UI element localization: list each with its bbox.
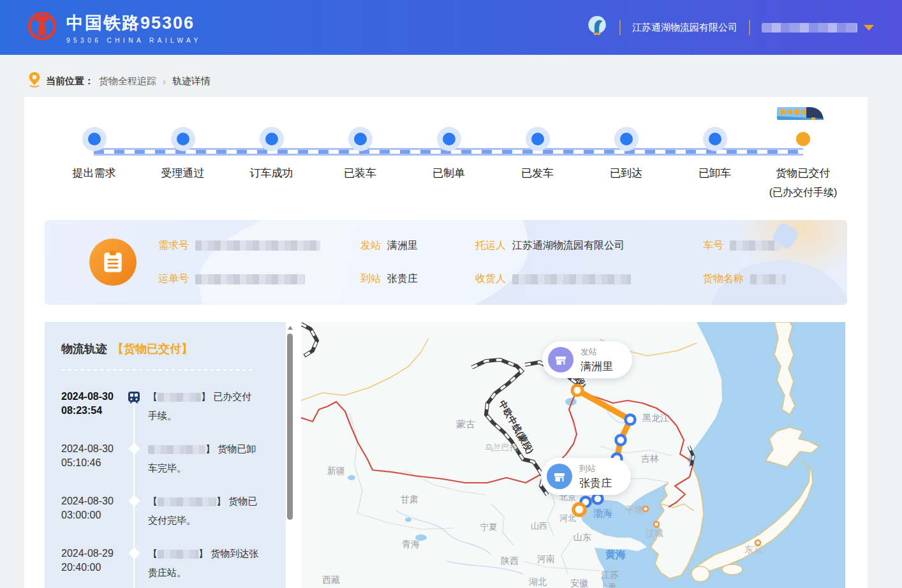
waybill-icon xyxy=(89,239,137,286)
app-header: 中国铁路95306 95306 CHINA RAILWAY 江苏通湖物流园有限公… xyxy=(0,0,902,55)
destination-station-name: 张贵庄 xyxy=(579,476,612,490)
trail-entry-text: 【】 货物已交付完毕。 xyxy=(148,492,260,530)
train-marker-icon xyxy=(122,390,145,404)
trail-entry: 2024-08-29 20:40:00 【】 货物到达张贵庄站。 xyxy=(61,547,286,588)
step-unloaded: 已卸车 xyxy=(670,116,759,200)
redacted-value xyxy=(158,393,201,402)
field-waybill-no: 运单号 xyxy=(158,272,360,286)
redacted-value xyxy=(158,550,198,559)
step-departed: 已发车 xyxy=(493,116,582,200)
field-consignee: 收货人 xyxy=(475,272,703,286)
redacted-value xyxy=(148,445,205,454)
shipment-info-card: 需求号 发站 满洲里 托运人 江苏通湖物流园有限公司 车号 运单号 到站 张贵 xyxy=(45,220,847,305)
scrollbar-thumb[interactable] xyxy=(287,334,293,520)
map-region-label: 新疆 xyxy=(327,466,345,477)
step-demand: 提出需求 xyxy=(50,116,138,200)
station-icon xyxy=(548,347,573,372)
map-region-label: 山东 xyxy=(573,532,591,543)
trail-entry-text: 【】 货物到达张贵庄站。 xyxy=(148,544,260,582)
origin-station-name: 满洲里 xyxy=(580,359,613,374)
map-region-label: 湖北 xyxy=(529,577,547,588)
step-arrived: 已到达 xyxy=(582,116,670,200)
station-icon xyxy=(547,464,572,489)
map-region-label: 宁夏 xyxy=(480,522,497,533)
step-delivered: 货物已交付 (已办交付手续) xyxy=(759,116,847,200)
trail-entry-text: 【】 已办交付手续。 xyxy=(148,387,260,425)
trail-entry: 2024-08-30 05:10:46 】 货物已卸车完毕。 xyxy=(61,442,286,494)
logistics-trail-panel: 物流轨迹 【货物已交付】 2024-08-30 08:23:54 xyxy=(45,322,286,588)
map-region-label: 吉林 xyxy=(641,453,659,465)
destination-type-label: 到站 xyxy=(579,463,612,474)
dashed-divider xyxy=(61,369,253,371)
map-city-label: 平壤 xyxy=(625,504,643,516)
map-region-label: 蒙古 xyxy=(456,418,475,430)
shipment-fields: 需求号 发站 满洲里 托运人 江苏通湖物流园有限公司 车号 运单号 到站 张贵 xyxy=(158,220,838,305)
breadcrumb: 当前位置： 货物全程追踪 › 轨迹详情 xyxy=(28,71,211,91)
destination-station-bubble: 到站 张贵庄 xyxy=(541,458,631,495)
origin-type-label: 发站 xyxy=(580,346,613,358)
route-map[interactable]: 中欧中线(蒙段) (蒙段) 蒙古 乌兰巴托 新疆 甘肃 xyxy=(301,322,845,588)
diamond-marker-icon xyxy=(122,547,145,557)
redacted-value xyxy=(750,274,786,284)
map-region-label: 甘肃 xyxy=(401,494,418,506)
trail-entry-text: 】 货物已卸车完毕。 xyxy=(148,439,260,478)
redacted-value xyxy=(158,497,216,506)
trail-entries: 2024-08-30 08:23:54 【】 已办交付手续。 xyxy=(61,390,286,588)
map-region-label: 黑龙江 xyxy=(642,413,669,424)
map-region-label: 上海 xyxy=(600,581,616,588)
map-sea-label: 黄海 xyxy=(605,548,626,562)
notification-bell-icon[interactable] xyxy=(585,15,608,40)
field-destination-station: 到站 张贵庄 xyxy=(360,272,475,286)
field-cargo-name: 货物名称 xyxy=(703,272,838,286)
header-divider xyxy=(749,20,750,35)
map-region-label: 河南 xyxy=(537,554,555,565)
redacted-value xyxy=(730,240,781,251)
brand-text: 中国铁路95306 95306 CHINA RAILWAY xyxy=(66,11,202,44)
breadcrumb-separator: › xyxy=(163,76,166,87)
map-region-label: 河北 xyxy=(559,513,576,524)
header-right: 江苏通湖物流园有限公司 xyxy=(585,0,874,55)
step-documented: 已制单 xyxy=(404,116,493,200)
map-region-label: 山西 xyxy=(531,520,547,532)
field-wagon-no: 车号 xyxy=(703,239,838,253)
header-company-name[interactable]: 江苏通湖物流园有限公司 xyxy=(632,22,737,34)
diamond-marker-icon xyxy=(122,443,145,453)
redacted-value xyxy=(512,274,631,284)
brand-title: 中国铁路95306 xyxy=(66,11,202,34)
diamond-marker-icon xyxy=(122,495,145,505)
progress-steps: 提出需求 受理通过 订车成功 已装车 已制单 已发车 xyxy=(45,116,847,221)
breadcrumb-parent-link[interactable]: 货物全程追踪 xyxy=(99,75,156,87)
trail-status-badge: 【货物已交付】 xyxy=(112,341,193,356)
map-region-label: 安徽 xyxy=(570,578,588,588)
steps-row: 提出需求 受理通过 订车成功 已装车 已制单 已发车 xyxy=(45,116,847,200)
map-region-label: 陕西 xyxy=(501,555,519,567)
trail-scrollbar[interactable] xyxy=(286,322,295,588)
map-city-label: 东京 xyxy=(744,544,762,555)
breadcrumb-current: 轨迹详情 xyxy=(172,75,211,87)
header-divider xyxy=(619,20,621,35)
map-region-label: 青海 xyxy=(402,539,420,550)
brand-subtitle: 95306 CHINA RAILWAY xyxy=(66,37,202,44)
origin-station-bubble: 发站 满洲里 xyxy=(542,341,632,378)
page-root: { "header": { "brand_title": "中国铁路95306"… xyxy=(0,0,902,588)
map-region-label: 江苏 xyxy=(601,570,619,581)
field-shipper: 托运人 江苏通湖物流园有限公司 xyxy=(475,239,703,253)
user-menu[interactable] xyxy=(762,23,874,33)
username-redacted xyxy=(762,23,857,33)
trail-title: 物流轨迹 xyxy=(61,341,107,356)
chevron-down-icon[interactable] xyxy=(864,25,874,31)
location-pin-icon xyxy=(28,71,41,91)
map-region-label: 西藏 xyxy=(322,575,340,586)
map-region-label: 乌兰巴托 xyxy=(485,442,518,453)
main-content-card: 提出需求 受理通过 订车成功 已装车 已制单 已发车 xyxy=(24,97,868,588)
field-demand-no: 需求号 xyxy=(158,239,360,253)
brand: 中国铁路95306 95306 CHINA RAILWAY xyxy=(27,11,202,44)
map-sea-label: 渤海 xyxy=(593,508,612,520)
redacted-value xyxy=(195,240,320,251)
scrollbar-up-arrow-icon[interactable] xyxy=(288,326,293,330)
step-loaded: 已装车 xyxy=(316,116,404,200)
trail-entry: 2024-08-30 03:00:00 【】 货物已交付完毕。 xyxy=(61,494,286,547)
step-accepted: 受理通过 xyxy=(138,116,227,200)
trail-entry: 2024-08-30 08:23:54 【】 已办交付手续。 xyxy=(61,390,286,442)
breadcrumb-label: 当前位置： xyxy=(46,75,94,87)
